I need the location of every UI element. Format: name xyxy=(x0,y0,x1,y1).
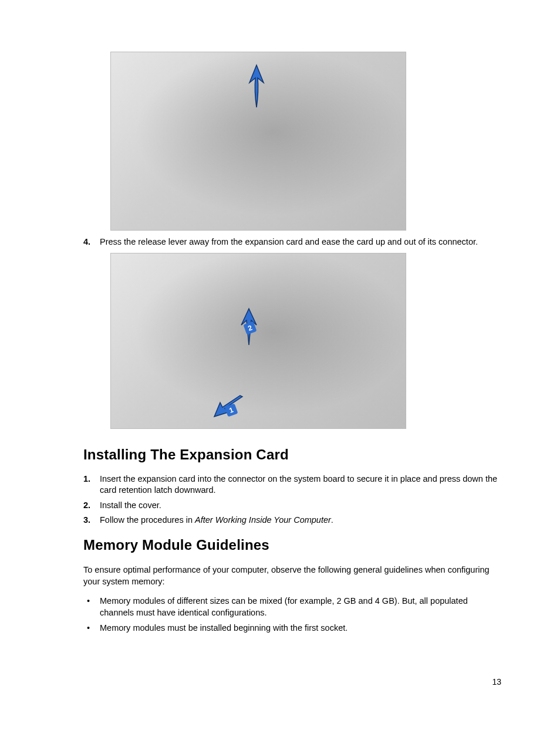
step-number: 2. xyxy=(83,500,100,512)
heading-memory-module-guidelines: Memory Module Guidelines xyxy=(83,537,501,553)
bullet-text: Memory modules must be installed beginni… xyxy=(100,623,501,634)
step-text: Follow the procedures in After Working I… xyxy=(100,515,501,526)
step-text-italic: After Working Inside Your Computer xyxy=(195,515,331,525)
step-text: Install the cover. xyxy=(100,500,501,512)
bullet-item: • Memory modules must be installed begin… xyxy=(83,623,501,634)
document-page: 4. Press the release lever away from the… xyxy=(0,0,560,744)
bullet-icon: • xyxy=(83,623,100,634)
memory-intro-paragraph: To ensure optimal performance of your co… xyxy=(83,564,501,588)
bullet-text: Memory modules of different sizes can be… xyxy=(100,596,501,618)
figure-expansion-card-remove: 2 1 xyxy=(110,253,406,429)
step-number: 4. xyxy=(83,236,100,248)
step-number: 3. xyxy=(83,515,100,526)
page-number: 13 xyxy=(492,677,501,686)
heading-installing-expansion-card: Installing The Expansion Card xyxy=(83,447,501,463)
figure-expansion-card-unlatch xyxy=(110,52,406,231)
ordered-step-4: 4. Press the release lever away from the… xyxy=(83,236,501,248)
ordered-step-1: 1. Insert the expansion card into the co… xyxy=(83,474,501,496)
ordered-step-2: 2. Install the cover. xyxy=(83,500,501,512)
bullet-icon: • xyxy=(83,596,100,607)
step-text: Press the release lever away from the ex… xyxy=(100,236,501,248)
up-arrow-icon xyxy=(245,63,268,110)
ordered-step-3: 3. Follow the procedures in After Workin… xyxy=(83,515,501,526)
step-text-prefix: Follow the procedures in xyxy=(100,515,195,525)
bullet-item: • Memory modules of different sizes can … xyxy=(83,596,501,618)
step-text: Insert the expansion card into the conne… xyxy=(100,474,501,496)
step-text-suffix: . xyxy=(331,515,333,525)
step-number: 1. xyxy=(83,474,100,485)
